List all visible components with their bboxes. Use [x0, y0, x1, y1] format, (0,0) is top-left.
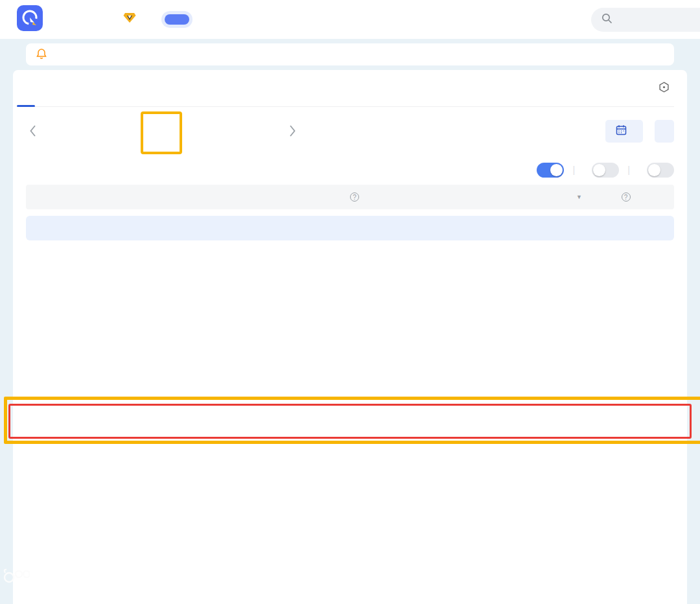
calendar-icon: [616, 124, 627, 138]
econ-table-body: [26, 216, 674, 240]
date-picker[interactable]: [605, 120, 643, 143]
prev-week-chevron-icon[interactable]: [26, 118, 40, 144]
favorite-help-icon[interactable]: ?: [622, 192, 631, 202]
countdown-banner: [26, 216, 674, 240]
calendar-settings-button[interactable]: [659, 82, 674, 95]
favorites-toggle[interactable]: [592, 163, 619, 178]
day-cell-17[interactable]: [110, 118, 145, 144]
day-cell-15[interactable]: [40, 118, 75, 144]
search-input[interactable]: [618, 14, 683, 25]
jin10-logo-icon: [17, 5, 43, 34]
top-nav: [0, 0, 700, 39]
nav-item-vip[interactable]: [123, 12, 140, 27]
day-cell-16[interactable]: [75, 118, 110, 144]
notice-band: [0, 39, 700, 70]
section-header: | |: [26, 155, 674, 185]
week-selector: [26, 107, 674, 155]
header-importance: ?: [296, 192, 398, 202]
important-only-toggle[interactable]: [537, 163, 564, 178]
header-favorite: ?: [609, 192, 640, 202]
unpublished-toggle[interactable]: [647, 163, 674, 178]
header-impact[interactable]: ▼: [547, 194, 609, 200]
day-cell-21[interactable]: [250, 118, 285, 144]
impact-caret-icon: ▼: [576, 194, 582, 200]
next-week-chevron-icon[interactable]: [285, 118, 299, 144]
day-cell-18[interactable]: [145, 118, 180, 144]
search-box[interactable]: [591, 8, 700, 32]
notice-pill: [26, 43, 674, 65]
settings-gear-icon: [659, 82, 670, 95]
search-icon: [601, 13, 612, 27]
site-logo[interactable]: [17, 5, 49, 34]
table-header: ? ▼ ?: [26, 185, 674, 209]
today-button[interactable]: [655, 120, 674, 143]
importance-help-icon[interactable]: ?: [350, 192, 359, 202]
nav-item-calendar[interactable]: [165, 14, 189, 25]
tabs-bar: [26, 70, 674, 107]
filter-toggles: | |: [528, 163, 674, 178]
nav-menu: [74, 12, 239, 27]
vip-badge-icon: [123, 12, 136, 27]
day-cell-20[interactable]: [215, 118, 250, 144]
day-cell-19[interactable]: [180, 118, 215, 144]
bell-icon: [36, 48, 47, 62]
calendar-card: | | ? ▼ ?: [13, 70, 687, 604]
